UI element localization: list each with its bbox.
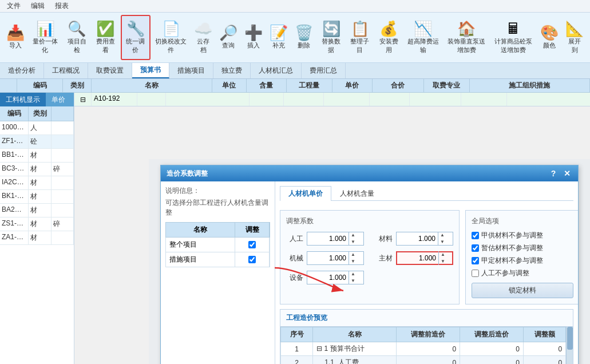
proj-check-button[interactable]: 🔍 项目自检 [63, 15, 90, 60]
opt4-label[interactable]: 人工不参与调整 [481, 268, 529, 278]
replace-data-button[interactable]: 🔄 替换数据 [317, 15, 345, 60]
import-icon: 📥 [6, 25, 25, 40]
coeff-field-labor[interactable] [307, 234, 349, 244]
sub-tab-labor[interactable]: 工料机显示 [0, 93, 46, 106]
coeff-field-machine[interactable] [307, 253, 349, 263]
opt2-label[interactable]: 暂估材料不参与调整 [481, 243, 543, 253]
help-button[interactable]: ? [548, 168, 559, 179]
coeff-input-material: ▲ ▼ [396, 232, 453, 246]
scope-checkbox-1[interactable] [248, 256, 256, 263]
tab-project-overview[interactable]: 工程概况 [44, 63, 88, 78]
panel-tab-unit-price[interactable]: 人材机单价 [280, 186, 331, 201]
coeff-field-main-material[interactable] [397, 253, 438, 263]
main-material-spin-up[interactable]: ▲ [439, 251, 447, 258]
delete-button[interactable]: 🗑️ 删除 [292, 15, 316, 60]
color-button[interactable]: 🎨 颜色 [537, 15, 561, 60]
menu-report[interactable]: 报表 [50, 0, 73, 12]
machine-spin-up[interactable]: ▲ [349, 251, 357, 258]
reduce-button[interactable]: 📉 超高降费运输 [404, 15, 443, 60]
opt3-checkbox[interactable] [472, 257, 479, 264]
unity-button[interactable]: 📊 量价一体化 [29, 15, 62, 60]
cloud-button[interactable]: ☁️ 云存档 [191, 15, 215, 60]
lp-row-code: ZF1-0007 [0, 135, 29, 148]
calc-button[interactable]: 🖩 计算商品砼泵送增加费 [490, 15, 536, 60]
coeff-field-material[interactable] [397, 234, 438, 244]
install-fee-button[interactable]: 💰 安装费用 [375, 15, 402, 60]
list-item[interactable]: IA2C0071 材 [0, 176, 74, 190]
table-row[interactable]: 措施项目 [165, 252, 270, 267]
list-item[interactable]: BK1-0005 材 [0, 190, 74, 204]
opt3-label[interactable]: 甲定材料不参与调整 [481, 256, 543, 266]
insert-button[interactable]: ➕ 插入 [241, 15, 266, 60]
coeff-grid: 人工 ▲ ▼ [286, 232, 453, 284]
sub-tab-price[interactable]: 单价 [46, 93, 71, 106]
lp-row-code: BC3-0030 [0, 163, 29, 176]
menu-edit[interactable]: 编辑 [26, 0, 49, 12]
tab-measures[interactable]: 措施项目 [169, 63, 213, 78]
preview-before: 0 [397, 342, 460, 356]
panel-tabs: 人材机单价 人材机含量 [280, 186, 573, 201]
panel-tab-content[interactable]: 人材机含量 [331, 186, 383, 201]
list-item[interactable]: BA2C1016 材 [0, 204, 74, 217]
col-volume: 工程量 [287, 79, 332, 92]
menu-file[interactable]: 文件 [2, 0, 25, 12]
machine-spin-down[interactable]: ▼ [349, 258, 357, 265]
decor-button[interactable]: 🏠 装饰垂直泵送增加费 [444, 15, 489, 60]
preview-scrollbar[interactable] [566, 327, 573, 364]
scope-checkbox-0[interactable] [248, 241, 256, 248]
equipment-spin-up[interactable]: ▲ [349, 271, 357, 278]
list-item[interactable]: BB1-0101 材 [0, 149, 74, 163]
opt1-label[interactable]: 甲供材料不参与调整 [481, 231, 543, 240]
query-button[interactable]: 🔎 查询 [216, 15, 240, 60]
table-row: 2 1.1 人工费 0 0 0 [281, 356, 566, 365]
scope-row-check[interactable] [235, 252, 270, 267]
list-item[interactable]: ZF1-0007 砼 [0, 135, 74, 149]
table-row[interactable]: 整个项目 [165, 238, 270, 252]
import-button[interactable]: 📥 导入 [3, 15, 27, 60]
machine-spinners: ▲ ▼ [349, 251, 357, 265]
fee-check-icon: ✅ [96, 21, 114, 36]
material-spin-up[interactable]: ▲ [438, 232, 446, 239]
expand-button[interactable]: 📐 展开到 [563, 15, 587, 60]
dialog-overlay: 造价系数调整 ? ✕ 说明信息： 可选择分部工程进行人材机含量调整 [149, 159, 590, 364]
labor-spin-down[interactable]: ▼ [349, 239, 357, 246]
install-fee-label: 安装费用 [378, 37, 399, 54]
material-spin-down[interactable]: ▼ [438, 239, 446, 246]
lock-material-button[interactable]: 锁定材料 [472, 283, 573, 298]
lp-row-code: BB1-0101 [0, 149, 29, 162]
opt2-checkbox[interactable] [472, 244, 479, 252]
close-button[interactable]: ✕ [562, 168, 572, 179]
equipment-spin-down[interactable]: ▼ [349, 278, 357, 284]
fee-check-button[interactable]: ✅ 费用查看 [92, 15, 119, 60]
main-material-spin-down[interactable]: ▼ [439, 258, 447, 265]
tab-labor-summary[interactable]: 人材机汇总 [251, 63, 302, 78]
tax-change-icon: 📄 [162, 21, 180, 36]
tax-change-button[interactable]: 📄 切换税改文件 [152, 15, 191, 60]
scope-row-name: 措施项目 [166, 252, 235, 267]
organize-button[interactable]: 📋 整理子目 [346, 15, 374, 60]
main-data-row[interactable]: ⊟ A10-192 [74, 93, 590, 106]
list-item[interactable]: ZS1-0208 材 碎 [0, 217, 74, 231]
coeff-field-equipment[interactable] [307, 272, 349, 283]
col-header-row: 编码 类别 名称 单位 含量 工程量 单价 合价 取费专业 施工组织措施 [0, 79, 590, 93]
tab-budget[interactable]: 预算书 [132, 63, 169, 78]
tab-cost-analysis[interactable]: 造价分析 [0, 63, 44, 78]
opt4-checkbox[interactable] [472, 270, 479, 277]
coeff-row-equipment: 设备 ▲ ▼ [286, 271, 364, 284]
supplement-button[interactable]: 📝 补充 [267, 15, 291, 60]
lp-row-code: 10000002 [0, 121, 29, 134]
lp-row-name [52, 121, 74, 134]
tab-fee-settings[interactable]: 取费设置 [88, 63, 132, 78]
tab-standalone[interactable]: 独立费 [213, 63, 251, 78]
tabs-row: 造价分析 工程概况 取费设置 预算书 措施项目 独立费 人材机汇总 费用汇总 [0, 63, 590, 79]
expand-icon[interactable]: ⊟ [74, 93, 92, 106]
row-code: A10-192 [92, 93, 137, 106]
list-item[interactable]: BC3-0030 材 碎 [0, 163, 74, 176]
list-item[interactable]: 10000002 人 [0, 121, 74, 135]
scope-row-check[interactable] [235, 238, 270, 252]
list-item[interactable]: ZA1-0002 材 [0, 231, 74, 245]
adjust-button[interactable]: 🔧 统一调价 [121, 15, 151, 60]
tab-fee-summary[interactable]: 费用汇总 [302, 63, 346, 78]
labor-spin-up[interactable]: ▲ [349, 232, 357, 239]
opt1-checkbox[interactable] [472, 232, 479, 239]
